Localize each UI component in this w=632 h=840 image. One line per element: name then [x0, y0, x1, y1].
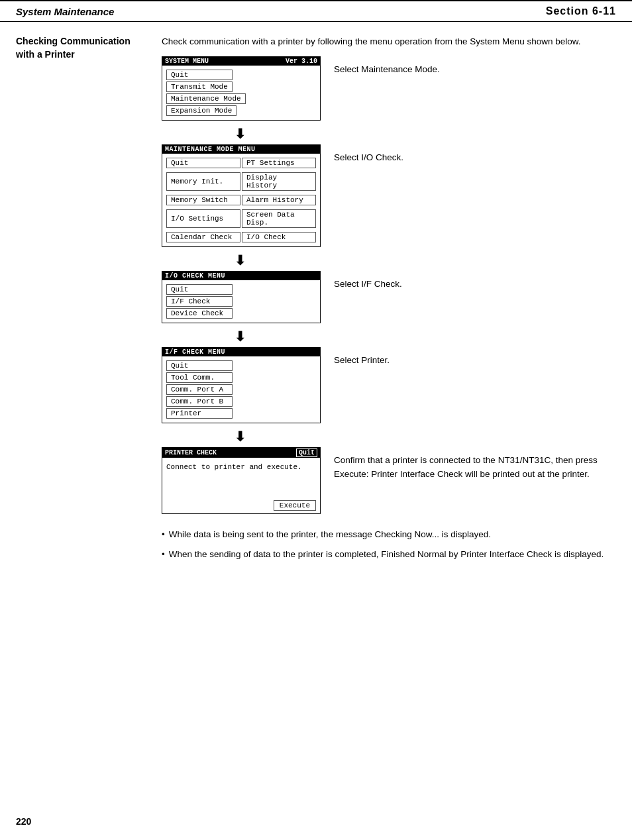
description-text: Check communication with a printer by fo… — [162, 35, 616, 48]
maint-pt-settings-btn[interactable]: PT Settings — [242, 158, 316, 168]
if-tool-comm-btn[interactable]: Tool Comm. — [166, 372, 233, 383]
arrow-down-icon: ⬇ — [235, 126, 246, 142]
instruction-3: Select I/F Check. — [321, 271, 616, 291]
maint-io-check-btn[interactable]: I/O Check — [242, 232, 316, 242]
system-menu-title-text: SYSTEM MENU — [165, 58, 209, 65]
arrow-3: ⬇ — [162, 329, 246, 344]
io-check-menu-body: Quit I/F Check Device Check — [162, 280, 320, 323]
system-menu-wrapper: SYSTEM MENU Ver 3.10 Quit Transmit Mode … — [162, 56, 321, 123]
bullet-text-2: When the sending of data to the printer … — [169, 547, 604, 562]
arrow-1: ⬇ — [162, 126, 246, 142]
if-comm-port-a-btn[interactable]: Comm. Port A — [166, 384, 233, 395]
maint-calendar-btn[interactable]: Calendar Check — [166, 232, 240, 242]
if-check-menu-title: I/F CHECK MENU — [162, 348, 320, 356]
section-title: Checking Communication with a Printer — [16, 35, 151, 61]
bullet-section: • While data is being sent to the printe… — [0, 517, 632, 577]
menu-step-5: PRINTER CHECK Quit Connect to printer an… — [162, 447, 616, 517]
arrow-4: ⬇ — [162, 429, 246, 445]
maint-io-settings-btn[interactable]: I/O Settings — [166, 209, 240, 228]
page-container: System Maintenance Section 6-11 Checking… — [0, 0, 632, 840]
maint-screen-data-btn[interactable]: Screen Data Disp. — [242, 209, 316, 228]
right-column: Check communication with a printer by fo… — [162, 35, 616, 517]
printer-check-footer: Execute — [162, 498, 320, 513]
if-comm-port-b-btn[interactable]: Comm. Port B — [166, 396, 233, 407]
io-if-check-btn[interactable]: I/F Check — [166, 296, 233, 307]
menu-flow: SYSTEM MENU Ver 3.10 Quit Transmit Mode … — [162, 56, 616, 517]
content-area: Checking Communication with a Printer Ch… — [0, 35, 632, 517]
instruction-4: Select Printer. — [321, 347, 616, 367]
page-header: System Maintenance Section 6-11 — [0, 0, 632, 22]
left-column: Checking Communication with a Printer — [16, 35, 162, 517]
system-menu-title: SYSTEM MENU Ver 3.10 — [162, 57, 320, 66]
printer-check-quit-btn[interactable]: Quit — [296, 448, 317, 457]
maint-memory-init-btn[interactable]: Memory Init. — [166, 172, 240, 191]
bullet-dot-1: • — [162, 527, 165, 542]
if-printer-btn[interactable]: Printer — [166, 408, 233, 419]
if-check-menu-wrapper: I/F CHECK MENU Quit Tool Comm. Comm. Por… — [162, 347, 321, 426]
printer-check-header: PRINTER CHECK Quit — [162, 448, 320, 458]
menu-step-1: SYSTEM MENU Ver 3.10 Quit Transmit Mode … — [162, 56, 616, 123]
instruction-2: Select I/O Check. — [321, 144, 616, 164]
system-transmit-btn[interactable]: Transmit Mode — [166, 81, 233, 92]
instruction-1: Select Maintenance Mode. — [321, 56, 616, 76]
system-maintenance-btn[interactable]: Maintenance Mode — [166, 93, 246, 104]
printer-check-content: Connect to printer and execute. — [162, 458, 320, 498]
io-check-menu-title: I/O CHECK MENU — [162, 272, 320, 280]
printer-check-menu-wrapper: PRINTER CHECK Quit Connect to printer an… — [162, 447, 321, 517]
maintenance-menu-wrapper: MAINTENANCE MODE MENU Quit PT Settings M… — [162, 144, 321, 250]
system-menu-box: SYSTEM MENU Ver 3.10 Quit Transmit Mode … — [162, 56, 321, 121]
maintenance-menu-box: MAINTENANCE MODE MENU Quit PT Settings M… — [162, 144, 321, 247]
if-quit-btn[interactable]: Quit — [166, 360, 233, 371]
page-footer: 220 — [16, 816, 31, 827]
bullet-dot-2: • — [162, 547, 165, 562]
maintenance-menu-title: MAINTENANCE MODE MENU — [162, 145, 320, 154]
io-check-menu-wrapper: I/O CHECK MENU Quit I/F Check Device Che… — [162, 271, 321, 326]
maint-memory-switch-btn[interactable]: Memory Switch — [166, 195, 240, 205]
arrow-down-icon-3: ⬇ — [235, 329, 246, 344]
printer-check-connect-text: Connect to printer and execute. — [166, 463, 316, 471]
bullet-item-1: • While data is being sent to the printe… — [162, 527, 616, 542]
io-device-check-btn[interactable]: Device Check — [166, 308, 233, 319]
io-quit-btn[interactable]: Quit — [166, 284, 233, 295]
printer-check-title: PRINTER CHECK — [165, 449, 217, 456]
io-check-menu-box: I/O CHECK MENU Quit I/F Check Device Che… — [162, 271, 321, 323]
system-menu-body: Quit Transmit Mode Maintenance Mode Expa… — [162, 66, 320, 120]
system-quit-btn[interactable]: Quit — [166, 70, 233, 80]
arrow-down-icon-2: ⬇ — [235, 252, 246, 268]
maint-quit-btn[interactable]: Quit — [166, 158, 240, 168]
maint-display-history-btn[interactable]: Display History — [242, 172, 316, 191]
arrow-down-icon-4: ⬇ — [235, 429, 246, 445]
section-label: Section 6-11 — [546, 5, 616, 17]
if-check-menu-box: I/F CHECK MENU Quit Tool Comm. Comm. Por… — [162, 347, 321, 423]
menu-step-4: I/F CHECK MENU Quit Tool Comm. Comm. Por… — [162, 347, 616, 426]
header-title: System Maintenance — [16, 6, 114, 17]
if-check-menu-body: Quit Tool Comm. Comm. Port A Comm. Port … — [162, 356, 320, 423]
menu-step-3: I/O CHECK MENU Quit I/F Check Device Che… — [162, 271, 616, 326]
page-number: 220 — [16, 816, 31, 827]
bullet-text-1: While data is being sent to the printer,… — [169, 527, 491, 542]
bullet-item-2: • When the sending of data to the printe… — [162, 547, 616, 562]
execute-btn[interactable]: Execute — [274, 500, 316, 511]
instruction-5: Confirm that a printer is connected to t… — [321, 447, 616, 481]
arrow-2: ⬇ — [162, 252, 246, 268]
maint-alarm-history-btn[interactable]: Alarm History — [242, 195, 316, 205]
printer-check-menu-box: PRINTER CHECK Quit Connect to printer an… — [162, 447, 321, 514]
system-expansion-btn[interactable]: Expansion Mode — [166, 105, 237, 116]
menu-step-2: MAINTENANCE MODE MENU Quit PT Settings M… — [162, 144, 616, 250]
system-menu-ver: Ver 3.10 — [286, 58, 317, 65]
maintenance-menu-body: Quit PT Settings Memory Init. Display Hi… — [162, 154, 320, 246]
